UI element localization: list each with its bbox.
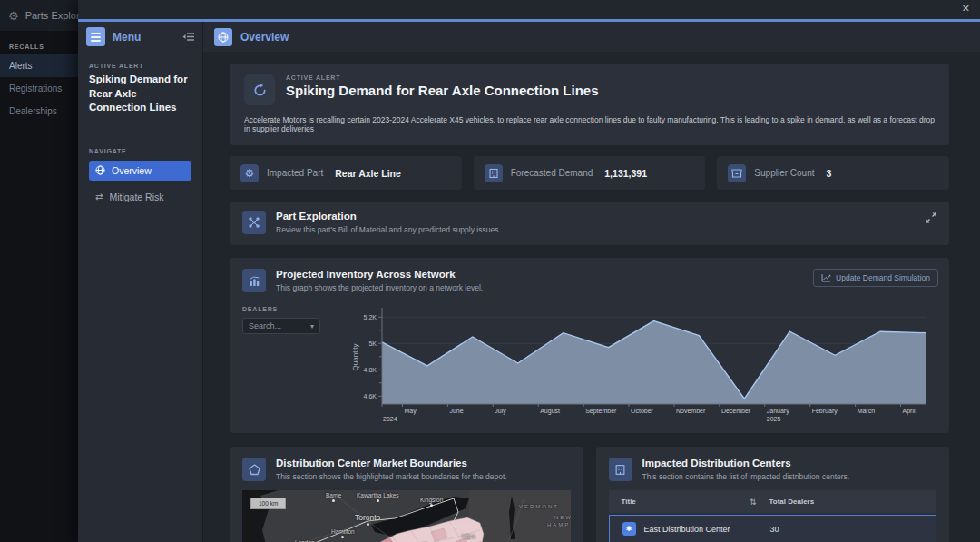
svg-text:August: August: [540, 408, 560, 415]
map-label-barrie: Barrie: [326, 492, 341, 502]
modal-titlebar: ✕: [78, 0, 980, 19]
svg-text:4.8K: 4.8K: [364, 367, 377, 373]
map-label-kawartha-lakes: Kawartha Lakes: [357, 492, 399, 502]
sidebar-item-dealerships[interactable]: Dealerships: [0, 100, 78, 123]
svg-text:4.6K: 4.6K: [364, 393, 377, 399]
svg-text:October: October: [631, 408, 654, 414]
projected-inventory-card: Projected Inventory Across Network This …: [230, 258, 949, 433]
svg-text:March: March: [858, 408, 876, 414]
alert-label: ACTIVE ALERT: [286, 74, 599, 81]
svg-text:May: May: [404, 408, 416, 415]
app-sidebar: ⚙ Parts Explorer RECALLS Alerts Registra…: [0, 0, 78, 542]
svg-text:February: February: [812, 408, 838, 415]
mitigate-risk-icon: ⇄: [95, 192, 103, 202]
part-exploration-title: Part Exploration: [276, 211, 501, 222]
centers-title: Impacted Distribution Centers: [642, 458, 850, 468]
svg-text:2025: 2025: [767, 416, 781, 422]
part-exploration-subtitle: Review this part's Bill of Material and …: [276, 225, 501, 234]
app-title: Parts Explorer: [25, 10, 78, 21]
close-icon[interactable]: ✕: [962, 4, 970, 14]
chevron-down-icon: ▾: [310, 322, 314, 330]
svg-text:November: November: [676, 408, 706, 414]
nav-item-overview[interactable]: Overview: [89, 161, 191, 181]
active-alert-card: ACTIVE ALERT Spiking Demand for Rear Axl…: [230, 64, 949, 145]
building-icon: [609, 458, 632, 481]
impacted-centers-card: Impacted Distribution Centers This secti…: [596, 447, 950, 542]
map-label-vermont: VERMONT: [519, 504, 559, 509]
centers-table: Title ⇅ Total Dealers ✱ East Distributio…: [609, 490, 937, 542]
svg-text:September: September: [585, 408, 617, 415]
simulation-chart-icon: [821, 273, 831, 282]
centers-subtitle: This section contains the list of impact…: [642, 472, 850, 481]
map-subtitle: This section shows the highlighted marke…: [276, 472, 507, 481]
app-titlebar: ⚙ Parts Explorer: [0, 0, 78, 31]
center-gear-icon: ✱: [622, 522, 636, 536]
sidebar-item-alerts[interactable]: Alerts: [0, 54, 78, 77]
stat-supplier-count: Supplier Count 3: [717, 156, 949, 190]
update-demand-simulation-button[interactable]: Update Demand Simulation: [813, 269, 938, 287]
table-row-east[interactable]: ✱ East Distribution Center 30: [609, 515, 937, 542]
inventory-title: Projected Inventory Across Network: [276, 269, 483, 280]
svg-text:2024: 2024: [383, 416, 397, 422]
alert-title: Spiking Demand for Rear Axle Connection …: [286, 83, 599, 98]
map-label-hamilton: Hamilton: [331, 528, 355, 538]
supplier-crate-icon: [728, 164, 746, 182]
dealers-search-select[interactable]: Search... ▾: [242, 318, 320, 334]
bar-chart-icon: [242, 269, 266, 292]
centers-table-header: Title ⇅ Total Dealers: [609, 490, 937, 513]
inventory-area-chart: 5.2K5K4.8K4.6KMayJuneJulyAugustSeptember…: [349, 303, 936, 428]
svg-text:5K: 5K: [368, 340, 377, 347]
page-title: Overview: [240, 31, 289, 44]
market-boundaries-map[interactable]: 100 km BarrieKawartha LakesKingstonToron…: [242, 490, 571, 542]
collapse-menu-icon[interactable]: [182, 32, 194, 42]
expand-icon[interactable]: [926, 212, 936, 223]
settings-gear-icon[interactable]: ⚙: [8, 9, 19, 23]
menu-active-alert-label: ACTIVE ALERT: [89, 63, 191, 69]
part-exploration-card[interactable]: Part Exploration Review this part's Bill…: [230, 202, 949, 245]
molecule-icon: [242, 211, 266, 234]
content-scroll[interactable]: ACTIVE ALERT Spiking Demand for Rear Axl…: [203, 52, 980, 542]
polygon-boundary-icon: [242, 458, 266, 481]
column-total-dealers: Total Dealers: [769, 498, 815, 506]
sidebar-item-registrations[interactable]: Registrations: [0, 77, 78, 100]
stat-impacted-part: ⚙ Impacted Part Rear Axle Line: [230, 156, 462, 190]
menu-panel: Menu ACTIVE ALERT Spiking Demand for Rea…: [78, 22, 203, 542]
map-label-hampshire: HAMPSHIRE: [547, 522, 571, 527]
hamburger-menu-icon[interactable]: [86, 27, 105, 46]
refresh-alert-icon: [244, 74, 275, 105]
dealers-label: DEALERS: [242, 306, 349, 312]
sort-icon[interactable]: ⇅: [750, 498, 757, 507]
svg-text:April: April: [903, 408, 916, 415]
inventory-subtitle: This graph shows the projected inventory…: [276, 283, 483, 292]
svg-text:June: June: [449, 408, 463, 414]
svg-text:January: January: [767, 408, 789, 415]
stat-forecasted-demand: Forecasted Demand 1,131,391: [474, 156, 706, 190]
svg-text:December: December: [721, 408, 751, 414]
map-label-utica: Utica: [462, 533, 475, 542]
column-title: Title: [622, 498, 636, 506]
map-label-new: NEW: [554, 515, 571, 520]
map-label-toronto: Toronto: [355, 513, 380, 526]
sidebar-section-recalls: RECALLS: [0, 44, 78, 50]
map-scale: 100 km: [250, 498, 286, 509]
content-header: Overview: [203, 22, 980, 52]
nav-item-mitigate-risk[interactable]: ⇄ Mitigate Risk: [89, 187, 191, 207]
alert-detail-modal: ✕ Menu ACTIVE ALERT Spiking Demand for R…: [78, 0, 980, 542]
globe-icon: [95, 165, 105, 175]
svg-text:Quantity: Quantity: [351, 344, 359, 371]
menu-navigate-label: NAVIGATE: [89, 148, 191, 154]
menu-active-alert-title: Spiking Demand for Rear Axle Connection …: [89, 73, 191, 115]
alert-description: Accelerate Motors is recalling certain 2…: [244, 115, 935, 133]
map-label-kingston: Kingston: [420, 497, 443, 507]
overview-globe-icon: [214, 28, 232, 46]
menu-title: Menu: [113, 31, 141, 44]
map-title: Distribution Center Market Boundaries: [276, 458, 507, 468]
building-icon: [485, 164, 503, 182]
market-boundaries-card: Distribution Center Market Boundaries Th…: [230, 447, 583, 542]
svg-text:5.2K: 5.2K: [364, 314, 377, 320]
gear-icon: ⚙: [240, 164, 259, 182]
svg-text:July: July: [495, 408, 506, 415]
